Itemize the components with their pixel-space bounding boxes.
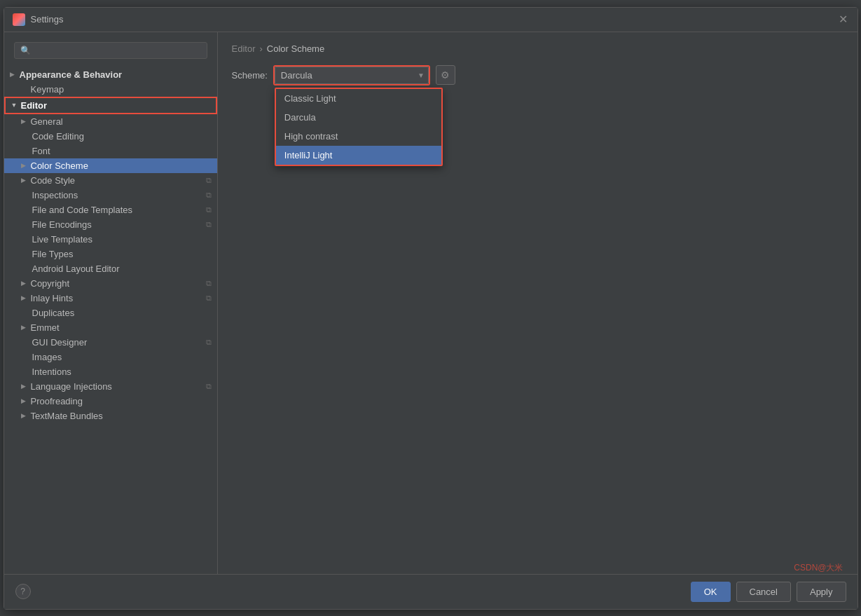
sidebar-item-label: General [31,116,63,127]
sidebar-item-label: Images [32,352,62,362]
sidebar-item-label: Editor [21,100,48,111]
sidebar-item-label: Code Editing [32,131,84,142]
copy-icon: ⧉ [206,176,212,185]
sidebar-item-file-encodings[interactable]: File Encodings ⧉ [4,217,217,232]
arrow-icon: ▶ [21,397,28,404]
sidebar-item-textmate[interactable]: ▶ TextMate Bundles [4,409,217,423]
sidebar-item-label: Code Style [31,175,76,186]
bottom-right: OK Cancel Apply [691,582,846,602]
cancel-button[interactable]: Cancel [736,582,791,602]
sidebar-item-label: Language Injections [31,381,112,392]
sidebar-item-label: File Encodings [32,219,92,230]
scheme-option-classic-light[interactable]: Classic Light [276,89,441,108]
copy-icon: ⧉ [206,294,212,303]
sidebar-item-inlay-hints[interactable]: ▶ Inlay Hints ⧉ [4,291,217,306]
search-box [8,38,213,63]
scheme-option-intellij-light[interactable]: IntelliJ Light [276,146,441,165]
scheme-select[interactable]: Darcula [275,67,429,84]
sidebar-item-label: Inspections [32,190,78,200]
arrow-icon: ▶ [21,412,28,419]
sidebar-item-label: Duplicates [32,308,75,318]
gear-button[interactable]: ⚙ [436,65,455,85]
sidebar-item-editor[interactable]: ▼ Editor [4,97,217,114]
copy-icon: ⧉ [206,279,212,288]
arrow-icon: ▶ [10,71,17,78]
sidebar-item-intentions[interactable]: Intentions [4,364,217,379]
close-button[interactable]: ✕ [838,14,849,25]
sidebar-item-general[interactable]: ▶ General [4,114,217,129]
sidebar-item-copyright[interactable]: ▶ Copyright ⧉ [4,276,217,291]
sidebar-item-font[interactable]: Font [4,144,217,158]
arrow-icon: ▶ [21,383,28,390]
title-bar: Settings ✕ [4,8,857,32]
copy-icon: ⧉ [206,338,212,347]
copy-icon: ⧉ [206,382,212,391]
sidebar-item-label: Intentions [32,367,71,377]
copy-icon: ⧉ [206,205,212,214]
arrow-icon: ▶ [21,294,28,301]
apply-button[interactable]: Apply [797,582,846,602]
sidebar-item-label: Emmet [31,322,60,333]
sidebar-item-code-editing[interactable]: Code Editing [4,129,217,144]
sidebar-item-label: Live Templates [32,234,92,245]
sidebar-item-code-style[interactable]: ▶ Code Style ⧉ [4,173,217,188]
sidebar-item-proofreading[interactable]: ▶ Proofreading [4,394,217,409]
sidebar: ▶ Appearance & Behavior Keymap ▼ Editor … [4,32,218,574]
breadcrumb-separator: › [259,43,262,54]
sidebar-item-emmet[interactable]: ▶ Emmet [4,320,217,335]
sidebar-item-android-layout[interactable]: Android Layout Editor [4,261,217,276]
sidebar-item-gui-designer[interactable]: GUI Designer ⧉ [4,335,217,350]
main-panel: Editor › Color Scheme Scheme: Darcula ▼ … [218,32,857,574]
sidebar-item-label: Keymap [31,84,64,95]
sidebar-item-keymap[interactable]: Keymap [4,82,217,97]
breadcrumb: Editor › Color Scheme [232,43,843,54]
arrow-icon: ▶ [21,177,28,184]
sidebar-item-label: Proofreading [31,396,83,406]
scheme-option-high-contrast[interactable]: High contrast [276,127,441,146]
gear-icon: ⚙ [441,69,450,81]
scheme-dropdown-popup: Classic Light Darcula High contrast Inte… [275,88,443,166]
search-input[interactable] [14,42,207,59]
sidebar-item-label: TextMate Bundles [31,411,103,421]
sidebar-item-label: Font [32,146,50,156]
sidebar-item-label: Appearance & Behavior [20,69,123,80]
help-button[interactable]: ? [15,584,31,599]
watermark: CSDN@大米 [794,562,843,574]
app-icon [13,13,25,26]
sidebar-item-label: Android Layout Editor [32,263,120,274]
sidebar-item-color-scheme[interactable]: ▶ Color Scheme [4,158,217,173]
sidebar-item-label: Copyright [31,278,70,289]
arrow-icon: ▶ [21,118,28,125]
sidebar-item-duplicates[interactable]: Duplicates [4,306,217,320]
sidebar-item-inspections[interactable]: Inspections ⧉ [4,188,217,203]
arrow-icon: ▶ [21,324,28,331]
copy-icon: ⧉ [206,220,212,229]
sidebar-item-live-templates[interactable]: Live Templates [4,232,217,247]
sidebar-item-file-types[interactable]: File Types [4,247,217,261]
breadcrumb-parent: Editor [232,43,256,54]
sidebar-item-label: GUI Designer [32,337,88,348]
title-bar-left: Settings [13,13,64,26]
sidebar-item-label: Color Scheme [31,160,88,171]
arrow-icon: ▶ [21,280,28,287]
scheme-row: Scheme: Darcula ▼ Classic Light Darcula … [232,65,843,85]
dialog-title: Settings [31,14,64,25]
sidebar-item-language-injections[interactable]: ▶ Language Injections ⧉ [4,379,217,394]
ok-button[interactable]: OK [691,582,731,602]
copy-icon: ⧉ [206,191,212,200]
sidebar-item-label: Inlay Hints [31,293,74,303]
sidebar-item-label: File Types [32,249,74,259]
sidebar-item-appearance[interactable]: ▶ Appearance & Behavior [4,67,217,82]
content-area: ▶ Appearance & Behavior Keymap ▼ Editor … [4,32,857,574]
sidebar-item-file-code-templates[interactable]: File and Code Templates ⧉ [4,203,217,217]
scheme-option-darcula[interactable]: Darcula [276,108,441,127]
arrow-icon: ▼ [11,102,18,109]
bottom-left: ? [15,584,31,599]
help-icon: ? [20,587,25,596]
sidebar-item-images[interactable]: Images [4,350,217,364]
breadcrumb-current: Color Scheme [267,43,324,54]
bottom-bar: ? OK Cancel Apply [4,574,857,609]
settings-dialog: Settings ✕ ▶ Appearance & Behavior Keyma… [4,7,858,610]
scheme-dropdown-wrapper: Darcula ▼ Classic Light Darcula High con… [273,65,430,85]
scheme-label: Scheme: [232,70,268,81]
